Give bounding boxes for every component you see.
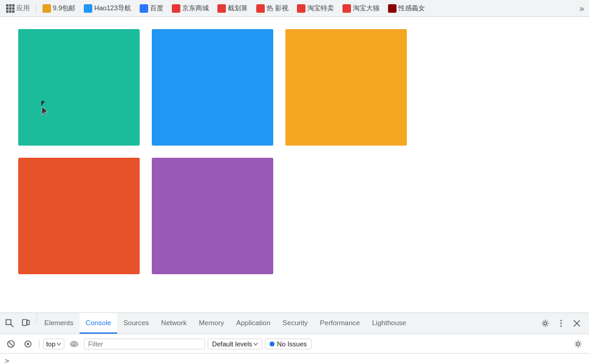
device-toggle-button[interactable] [18,316,33,331]
tabs-spacer [412,313,536,334]
color-row-2 [18,158,571,274]
svg-point-20 [577,342,580,345]
bookmark-icon-xinggan [388,4,397,13]
bookmark-label-99: 9.9包邮 [53,4,75,13]
svg-point-14 [560,323,562,324]
preserve-log-button[interactable] [21,337,35,351]
bookmark-jiesuan[interactable]: 截划算 [214,2,251,15]
svg-rect-11 [27,320,30,325]
bookmark-label-taobao1: 淘宝特卖 [307,4,334,13]
bookmark-baidu[interactable]: 百度 [136,2,167,15]
apps-label: 应用 [16,4,30,13]
bookmark-taobao2[interactable]: 淘宝大猫 [339,2,383,15]
tab-security[interactable]: Security [276,313,314,334]
devtools-right-icons [536,313,587,334]
no-issues-label: No Issues [277,340,307,348]
svg-rect-6 [6,10,9,13]
bookmark-99[interactable]: 9.9包邮 [39,2,79,15]
console-input-area: > [0,354,589,364]
clear-console-button[interactable] [4,337,18,351]
tab-lighthouse[interactable]: Lighthouse [366,313,412,334]
close-icon [573,320,580,327]
bookmark-bar: 应用 9.9包邮 Hao123导航 百度 京东商城 截划算 热 影视 淘宝特卖 … [0,0,589,17]
filter-input[interactable] [84,339,205,349]
devtools-left-icons [2,313,35,334]
bookmark-icon-taobao2 [342,4,351,13]
bookmark-hao123[interactable]: Hao123导航 [80,2,135,15]
tab-console[interactable]: Console [80,313,117,334]
default-levels-button[interactable]: Default levels [208,339,262,349]
inspect-element-button[interactable] [2,316,17,331]
console-settings-button[interactable] [571,337,585,351]
tab-performance[interactable]: Performance [314,313,366,334]
main-content [0,17,589,312]
yellow-box [285,29,407,146]
no-issues-badge[interactable]: No Issues [265,339,312,349]
color-row-1 [18,29,571,146]
svg-rect-10 [22,320,27,326]
bookmark-label-jd: 京东商城 [182,4,209,13]
bookmark-icon-reyingshi [256,4,265,13]
svg-point-13 [560,320,562,321]
chevron-down-icon [56,342,61,346]
tab-memory[interactable]: Memory [193,313,231,334]
svg-point-19 [73,343,75,345]
svg-rect-1 [9,4,12,7]
svg-rect-2 [12,4,15,7]
device-icon [21,319,30,328]
context-selector[interactable]: top [43,339,64,349]
svg-rect-0 [6,4,9,7]
close-devtools-button[interactable] [570,316,584,331]
bookmark-label-baidu: 百度 [150,4,163,13]
bookmark-taobao1[interactable]: 淘宝特卖 [293,2,338,15]
bookmark-icon-jiesuan [217,4,226,13]
svg-rect-8 [12,10,15,13]
bookmark-jd[interactable]: 京东商城 [168,2,213,15]
devtools-toolbar: top Default levels No Issues [0,334,589,354]
bookmark-xinggan[interactable]: 性感義女 [384,2,429,15]
blue-box [152,29,273,146]
tab-sources[interactable]: Sources [117,313,155,334]
tab-network[interactable]: Network [155,313,192,334]
purple-box [152,158,273,274]
preserve-icon [24,340,32,348]
color-grid [18,29,571,274]
svg-point-18 [27,343,29,345]
eye-button[interactable] [67,337,81,351]
svg-point-15 [560,325,562,326]
context-label: top [46,340,55,348]
default-levels-label: Default levels [212,340,252,348]
clear-icon [7,340,15,348]
bookmark-reyingshi[interactable]: 热 影视 [253,2,292,15]
settings-button[interactable] [538,316,553,331]
console-prompt: > [5,357,9,364]
console-gear-icon [574,340,582,348]
svg-point-12 [544,322,547,325]
tab-application[interactable]: Application [230,313,276,334]
more-bookmarks-button[interactable]: » [577,2,587,15]
apps-grid-icon [6,4,15,13]
bookmark-icon-jd [172,4,180,13]
bookmark-label-xinggan: 性感義女 [398,4,425,13]
bookmark-label-reyingshi: 热 影视 [267,4,288,13]
devtools-tabs-bar: Elements Console Sources Network Memory … [0,313,589,334]
issues-dot [270,342,274,346]
apps-button[interactable]: 应用 [2,2,33,15]
bookmark-icon-baidu [140,4,148,13]
svg-rect-9 [6,320,11,325]
eye-icon [70,340,78,348]
bookmark-label-jiesuan: 截划算 [228,4,248,13]
bookmark-icon-hao123 [84,4,92,13]
svg-rect-7 [9,10,12,13]
tab-elements[interactable]: Elements [38,313,80,334]
teal-box [18,29,140,146]
devtools-panel: Elements Console Sources Network Memory … [0,312,589,364]
svg-rect-3 [6,7,9,10]
bookmark-icon-99 [43,4,51,13]
inspect-icon [5,319,14,328]
bookmark-icon-taobao1 [297,4,305,13]
more-options-button[interactable] [554,316,568,331]
bookmark-label-hao123: Hao123导航 [94,4,131,13]
red-box [18,158,140,274]
svg-rect-5 [12,7,15,10]
